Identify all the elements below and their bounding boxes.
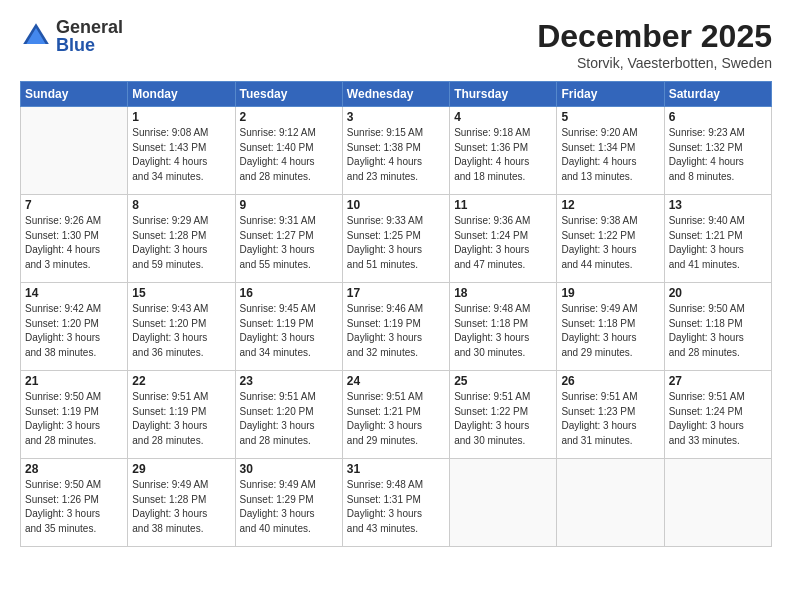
calendar-body: 1Sunrise: 9:08 AM Sunset: 1:43 PM Daylig… — [21, 107, 772, 547]
day-info: Sunrise: 9:49 AM Sunset: 1:28 PM Dayligh… — [132, 478, 230, 536]
day-number: 10 — [347, 198, 445, 212]
day-number: 14 — [25, 286, 123, 300]
calendar-week-row: 7Sunrise: 9:26 AM Sunset: 1:30 PM Daylig… — [21, 195, 772, 283]
calendar-cell: 27Sunrise: 9:51 AM Sunset: 1:24 PM Dayli… — [664, 371, 771, 459]
day-info: Sunrise: 9:48 AM Sunset: 1:31 PM Dayligh… — [347, 478, 445, 536]
day-number: 18 — [454, 286, 552, 300]
day-info: Sunrise: 9:46 AM Sunset: 1:19 PM Dayligh… — [347, 302, 445, 360]
day-info: Sunrise: 9:50 AM Sunset: 1:26 PM Dayligh… — [25, 478, 123, 536]
calendar-week-row: 21Sunrise: 9:50 AM Sunset: 1:19 PM Dayli… — [21, 371, 772, 459]
day-info: Sunrise: 9:51 AM Sunset: 1:23 PM Dayligh… — [561, 390, 659, 448]
weekday-header-wednesday: Wednesday — [342, 82, 449, 107]
day-info: Sunrise: 9:42 AM Sunset: 1:20 PM Dayligh… — [25, 302, 123, 360]
day-number: 22 — [132, 374, 230, 388]
calendar-cell: 12Sunrise: 9:38 AM Sunset: 1:22 PM Dayli… — [557, 195, 664, 283]
day-number: 11 — [454, 198, 552, 212]
calendar-cell: 7Sunrise: 9:26 AM Sunset: 1:30 PM Daylig… — [21, 195, 128, 283]
calendar-cell: 21Sunrise: 9:50 AM Sunset: 1:19 PM Dayli… — [21, 371, 128, 459]
day-number: 27 — [669, 374, 767, 388]
logo-text: General Blue — [56, 18, 123, 54]
day-info: Sunrise: 9:23 AM Sunset: 1:32 PM Dayligh… — [669, 126, 767, 184]
day-info: Sunrise: 9:51 AM Sunset: 1:22 PM Dayligh… — [454, 390, 552, 448]
day-number: 6 — [669, 110, 767, 124]
calendar-cell: 3Sunrise: 9:15 AM Sunset: 1:38 PM Daylig… — [342, 107, 449, 195]
calendar-cell: 18Sunrise: 9:48 AM Sunset: 1:18 PM Dayli… — [450, 283, 557, 371]
calendar-week-row: 1Sunrise: 9:08 AM Sunset: 1:43 PM Daylig… — [21, 107, 772, 195]
calendar-cell: 31Sunrise: 9:48 AM Sunset: 1:31 PM Dayli… — [342, 459, 449, 547]
day-info: Sunrise: 9:31 AM Sunset: 1:27 PM Dayligh… — [240, 214, 338, 272]
day-info: Sunrise: 9:49 AM Sunset: 1:29 PM Dayligh… — [240, 478, 338, 536]
calendar-cell: 15Sunrise: 9:43 AM Sunset: 1:20 PM Dayli… — [128, 283, 235, 371]
calendar-cell: 11Sunrise: 9:36 AM Sunset: 1:24 PM Dayli… — [450, 195, 557, 283]
day-number: 7 — [25, 198, 123, 212]
day-number: 1 — [132, 110, 230, 124]
day-number: 31 — [347, 462, 445, 476]
calendar-cell: 2Sunrise: 9:12 AM Sunset: 1:40 PM Daylig… — [235, 107, 342, 195]
day-number: 23 — [240, 374, 338, 388]
weekday-row: SundayMondayTuesdayWednesdayThursdayFrid… — [21, 82, 772, 107]
calendar-cell: 4Sunrise: 9:18 AM Sunset: 1:36 PM Daylig… — [450, 107, 557, 195]
day-number: 24 — [347, 374, 445, 388]
calendar-cell: 19Sunrise: 9:49 AM Sunset: 1:18 PM Dayli… — [557, 283, 664, 371]
day-number: 12 — [561, 198, 659, 212]
weekday-header-monday: Monday — [128, 82, 235, 107]
day-info: Sunrise: 9:50 AM Sunset: 1:18 PM Dayligh… — [669, 302, 767, 360]
page: General Blue December 2025 Storvik, Vaes… — [0, 0, 792, 612]
day-info: Sunrise: 9:15 AM Sunset: 1:38 PM Dayligh… — [347, 126, 445, 184]
day-info: Sunrise: 9:50 AM Sunset: 1:19 PM Dayligh… — [25, 390, 123, 448]
day-info: Sunrise: 9:48 AM Sunset: 1:18 PM Dayligh… — [454, 302, 552, 360]
calendar-cell — [450, 459, 557, 547]
day-number: 4 — [454, 110, 552, 124]
calendar-header: SundayMondayTuesdayWednesdayThursdayFrid… — [21, 82, 772, 107]
calendar-cell: 6Sunrise: 9:23 AM Sunset: 1:32 PM Daylig… — [664, 107, 771, 195]
calendar-cell: 16Sunrise: 9:45 AM Sunset: 1:19 PM Dayli… — [235, 283, 342, 371]
calendar-cell: 20Sunrise: 9:50 AM Sunset: 1:18 PM Dayli… — [664, 283, 771, 371]
day-info: Sunrise: 9:43 AM Sunset: 1:20 PM Dayligh… — [132, 302, 230, 360]
weekday-header-friday: Friday — [557, 82, 664, 107]
weekday-header-sunday: Sunday — [21, 82, 128, 107]
day-number: 28 — [25, 462, 123, 476]
day-info: Sunrise: 9:40 AM Sunset: 1:21 PM Dayligh… — [669, 214, 767, 272]
calendar-cell: 13Sunrise: 9:40 AM Sunset: 1:21 PM Dayli… — [664, 195, 771, 283]
day-number: 29 — [132, 462, 230, 476]
calendar-cell: 28Sunrise: 9:50 AM Sunset: 1:26 PM Dayli… — [21, 459, 128, 547]
day-info: Sunrise: 9:38 AM Sunset: 1:22 PM Dayligh… — [561, 214, 659, 272]
day-info: Sunrise: 9:45 AM Sunset: 1:19 PM Dayligh… — [240, 302, 338, 360]
logo-blue: Blue — [56, 36, 123, 54]
day-info: Sunrise: 9:33 AM Sunset: 1:25 PM Dayligh… — [347, 214, 445, 272]
day-info: Sunrise: 9:36 AM Sunset: 1:24 PM Dayligh… — [454, 214, 552, 272]
day-info: Sunrise: 9:51 AM Sunset: 1:21 PM Dayligh… — [347, 390, 445, 448]
day-info: Sunrise: 9:51 AM Sunset: 1:19 PM Dayligh… — [132, 390, 230, 448]
calendar-cell: 26Sunrise: 9:51 AM Sunset: 1:23 PM Dayli… — [557, 371, 664, 459]
calendar-cell — [664, 459, 771, 547]
day-number: 2 — [240, 110, 338, 124]
day-info: Sunrise: 9:29 AM Sunset: 1:28 PM Dayligh… — [132, 214, 230, 272]
day-number: 15 — [132, 286, 230, 300]
day-number: 26 — [561, 374, 659, 388]
calendar-cell: 24Sunrise: 9:51 AM Sunset: 1:21 PM Dayli… — [342, 371, 449, 459]
day-info: Sunrise: 9:49 AM Sunset: 1:18 PM Dayligh… — [561, 302, 659, 360]
calendar-cell: 29Sunrise: 9:49 AM Sunset: 1:28 PM Dayli… — [128, 459, 235, 547]
day-info: Sunrise: 9:51 AM Sunset: 1:20 PM Dayligh… — [240, 390, 338, 448]
day-number: 30 — [240, 462, 338, 476]
calendar-cell: 17Sunrise: 9:46 AM Sunset: 1:19 PM Dayli… — [342, 283, 449, 371]
calendar-week-row: 28Sunrise: 9:50 AM Sunset: 1:26 PM Dayli… — [21, 459, 772, 547]
calendar-cell: 14Sunrise: 9:42 AM Sunset: 1:20 PM Dayli… — [21, 283, 128, 371]
day-info: Sunrise: 9:08 AM Sunset: 1:43 PM Dayligh… — [132, 126, 230, 184]
logo: General Blue — [20, 18, 123, 54]
calendar-cell: 25Sunrise: 9:51 AM Sunset: 1:22 PM Dayli… — [450, 371, 557, 459]
day-info: Sunrise: 9:20 AM Sunset: 1:34 PM Dayligh… — [561, 126, 659, 184]
calendar-cell — [21, 107, 128, 195]
calendar-title: December 2025 — [537, 18, 772, 55]
weekday-header-saturday: Saturday — [664, 82, 771, 107]
day-info: Sunrise: 9:12 AM Sunset: 1:40 PM Dayligh… — [240, 126, 338, 184]
day-number: 8 — [132, 198, 230, 212]
day-number: 21 — [25, 374, 123, 388]
calendar-cell: 23Sunrise: 9:51 AM Sunset: 1:20 PM Dayli… — [235, 371, 342, 459]
day-number: 20 — [669, 286, 767, 300]
logo-general: General — [56, 18, 123, 36]
calendar-cell: 9Sunrise: 9:31 AM Sunset: 1:27 PM Daylig… — [235, 195, 342, 283]
day-number: 19 — [561, 286, 659, 300]
weekday-header-tuesday: Tuesday — [235, 82, 342, 107]
calendar-cell: 5Sunrise: 9:20 AM Sunset: 1:34 PM Daylig… — [557, 107, 664, 195]
